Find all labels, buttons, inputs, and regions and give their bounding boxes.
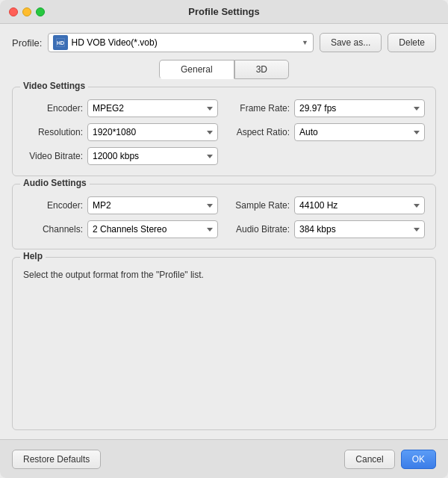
frame-rate-field-row: Frame Rate: 29.97 fps [230,99,425,117]
cancel-button[interactable]: Cancel [344,450,394,469]
profile-icon: HD [53,35,68,50]
save-as-button[interactable]: Save as... [320,33,382,52]
profile-label: Profile: [12,37,42,49]
video-fields-grid: Encoder: MPEG2 Frame Rate: 29.97 fps Res… [23,99,425,165]
delete-button[interactable]: Delete [388,33,436,52]
restore-defaults-button[interactable]: Restore Defaults [12,450,101,469]
encoder-label: Encoder: [23,103,83,114]
audio-settings-title: Audio Settings [20,178,90,188]
frame-rate-label: Frame Rate: [230,103,290,114]
ok-button[interactable]: OK [401,450,436,469]
help-text: Select the output format from the "Profi… [23,268,425,282]
traffic-lights [9,7,45,16]
audio-settings-section: Audio Settings Encoder: MP2 Sample Rate:… [12,184,436,249]
window-title: Profile Settings [188,6,259,17]
audio-encoder-select[interactable]: MP2 [87,196,218,214]
resolution-select[interactable]: 1920*1080 [87,123,218,141]
audio-encoder-field-row: Encoder: MP2 [23,196,218,214]
audio-bitrate-label: Audio Bitrate: [230,224,290,235]
tab-3d[interactable]: 3D [234,60,289,79]
profile-select-arrow: ▼ [302,39,308,46]
main-content: Profile: HD HD VOB Video(*.vob) ▼ Save a… [0,24,448,439]
encoder-select[interactable]: MPEG2 [87,99,218,117]
svg-text:HD: HD [57,40,64,46]
resolution-field-row: Resolution: 1920*1080 [23,123,218,141]
resolution-label: Resolution: [23,127,83,137]
help-title: Help [20,251,46,261]
profile-select[interactable]: HD VOB Video(*.vob) [71,37,299,48]
video-settings-section: Video Settings Encoder: MPEG2 Frame Rate… [12,87,436,176]
video-bitrate-select[interactable]: 12000 kbps [87,147,218,165]
aspect-ratio-field-row: Aspect Ratio: Auto [230,123,425,141]
minimize-button[interactable] [22,7,31,16]
channels-select[interactable]: 2 Channels Stereo [87,220,218,238]
audio-bitrate-field-row: Audio Bitrate: 384 kbps [230,220,425,238]
audio-bitrate-select[interactable]: 384 kbps [294,220,425,238]
video-settings-title: Video Settings [20,81,88,91]
profile-row: Profile: HD HD VOB Video(*.vob) ▼ Save a… [12,33,436,52]
title-bar: Profile Settings [0,0,448,24]
help-section: Help Select the output format from the "… [12,257,436,430]
sample-rate-field-row: Sample Rate: 44100 Hz [230,196,425,214]
bottom-bar: Restore Defaults Cancel OK [0,439,448,478]
tab-general[interactable]: General [159,60,234,79]
aspect-ratio-label: Aspect Ratio: [230,127,290,137]
sample-rate-select[interactable]: 44100 Hz [294,196,425,214]
profile-select-wrapper: HD HD VOB Video(*.vob) ▼ [48,33,313,52]
channels-label: Channels: [23,224,83,235]
close-button[interactable] [9,7,18,16]
sample-rate-label: Sample Rate: [230,200,290,211]
aspect-ratio-select[interactable]: Auto [294,123,425,141]
audio-encoder-label: Encoder: [23,200,83,211]
video-bitrate-field-row: Video Bitrate: 12000 kbps [23,147,218,165]
bottom-right-buttons: Cancel OK [344,450,436,469]
encoder-field-row: Encoder: MPEG2 [23,99,218,117]
tabs-row: General 3D [12,60,436,79]
video-bitrate-label: Video Bitrate: [23,151,83,161]
maximize-button[interactable] [36,7,45,16]
audio-fields-grid: Encoder: MP2 Sample Rate: 44100 Hz Chann… [23,196,425,238]
frame-rate-select[interactable]: 29.97 fps [294,99,425,117]
channels-field-row: Channels: 2 Channels Stereo [23,220,218,238]
